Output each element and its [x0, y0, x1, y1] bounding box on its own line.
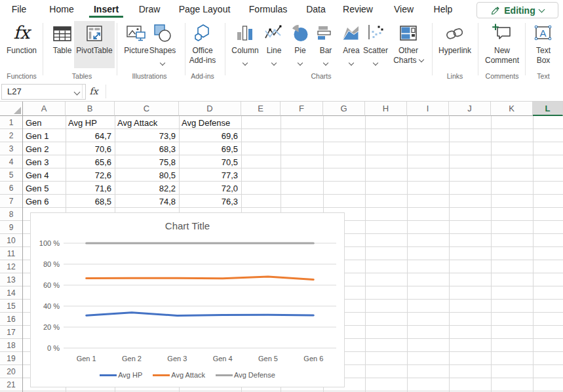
cell-c2[interactable]: 73,9	[117, 130, 176, 143]
row-header-13[interactable]: 13	[0, 273, 22, 286]
svg-text:40 %: 40 %	[43, 302, 60, 310]
row-header-1[interactable]: 1	[0, 116, 22, 129]
menu-tab-view[interactable]: View	[394, 0, 414, 18]
editing-mode-button[interactable]: Editing	[476, 2, 558, 18]
column-header-g[interactable]: G	[323, 102, 365, 116]
column-chart-icon	[225, 21, 265, 46]
pie-button[interactable]: Pie	[287, 21, 313, 68]
row-header-16[interactable]: 16	[0, 313, 22, 326]
row-header-9[interactable]: 9	[0, 221, 22, 234]
cell-a5[interactable]: Gen 4	[26, 169, 62, 182]
cell-d2[interactable]: 69,6	[182, 130, 238, 143]
cell-d5[interactable]: 77,3	[182, 169, 238, 182]
row-header-20[interactable]: 20	[0, 365, 22, 378]
dropdown-row	[225, 58, 265, 63]
row-header-5[interactable]: 5	[0, 168, 22, 182]
cell-d1[interactable]: Avg Defense	[182, 117, 238, 130]
shapes-button[interactable]: Shapes	[144, 21, 181, 68]
row-header-15[interactable]: 15	[0, 300, 22, 313]
office-add-ins-button[interactable]: Office Add-ins	[184, 21, 222, 68]
menu-tab-file[interactable]: File	[12, 0, 27, 18]
other-charts-button[interactable]: OtherCharts	[389, 21, 427, 68]
row-header-6[interactable]: 6	[0, 182, 22, 195]
cell-a6[interactable]: Gen 5	[26, 182, 62, 195]
group-divider	[117, 23, 117, 75]
cell-b2[interactable]: 64,7	[68, 130, 111, 143]
column-header-j[interactable]: J	[449, 102, 491, 116]
cell-c3[interactable]: 68,3	[117, 143, 176, 156]
cell-a4[interactable]: Gen 3	[26, 156, 62, 169]
column-header-d[interactable]: D	[179, 102, 241, 116]
new-comment-button[interactable]: New Comment	[480, 21, 524, 68]
menu-tab-help[interactable]: Help	[434, 0, 453, 18]
cell-c1[interactable]: Avg Attack	[117, 117, 176, 130]
bar-button[interactable]: Bar	[313, 21, 339, 68]
cell-d7[interactable]: 76,3	[182, 195, 238, 208]
cell-d3[interactable]: 69,5	[182, 143, 238, 156]
cell-c7[interactable]: 74,8	[117, 195, 176, 208]
menu-tab-draw[interactable]: Draw	[139, 0, 161, 18]
menu-tab-home[interactable]: Home	[49, 0, 73, 18]
svg-text:80 %: 80 %	[43, 260, 60, 268]
menu-tab-page-layout[interactable]: Page Layout	[179, 0, 231, 18]
cell-a2[interactable]: Gen 1	[26, 130, 62, 143]
select-all-corner[interactable]	[0, 102, 22, 116]
row-header-21[interactable]: 21	[0, 378, 22, 391]
row-header-17[interactable]: 17	[0, 326, 22, 339]
column-header-b[interactable]: B	[66, 102, 115, 116]
row-header-18[interactable]: 18	[0, 339, 22, 352]
row-header-12[interactable]: 12	[0, 260, 22, 273]
cell-b5[interactable]: 72,6	[68, 169, 111, 182]
scatter-button[interactable]: Scatter	[358, 21, 393, 68]
row-header-3[interactable]: 3	[0, 142, 22, 155]
row-header-2[interactable]: 2	[0, 129, 22, 142]
cell-c5[interactable]: 80,5	[117, 169, 176, 182]
cell-d6[interactable]: 72,0	[182, 182, 238, 195]
column-header-a[interactable]: A	[23, 102, 66, 116]
column-header-e[interactable]: E	[241, 102, 281, 116]
column-header-k[interactable]: K	[491, 102, 533, 116]
pivottable-button[interactable]: PivotTable	[74, 21, 115, 68]
cell-b7[interactable]: 68,5	[68, 195, 111, 208]
cell-d4[interactable]: 70,5	[182, 156, 238, 169]
name-box[interactable]: L27	[1, 84, 86, 100]
ribbon-button-label: Charts	[389, 56, 427, 66]
cell-b1[interactable]: Avg HP	[68, 117, 111, 130]
text-box-button[interactable]: AText Box	[530, 21, 556, 68]
embedded-chart[interactable]: Chart Title 100 %80 %60 %40 %20 %0 %Gen …	[30, 212, 345, 387]
function-button[interactable]: fxFunction	[0, 21, 45, 68]
column-header-l[interactable]: L	[533, 102, 563, 116]
chevron-down-icon	[419, 56, 424, 62]
menu-tab-insert[interactable]: Insert	[94, 0, 119, 18]
cell-a1[interactable]: Gen	[26, 117, 62, 130]
ribbon-button-label: Scatter	[358, 46, 393, 56]
row-header-8[interactable]: 8	[0, 208, 22, 221]
cell-a3[interactable]: Gen 2	[26, 143, 62, 156]
menu-tab-data[interactable]: Data	[306, 0, 326, 18]
row-header-11[interactable]: 11	[0, 247, 22, 260]
insert-function-button[interactable]: fx	[83, 84, 104, 99]
menu-tab-review[interactable]: Review	[343, 0, 373, 18]
row-header-7[interactable]: 7	[0, 195, 22, 208]
hyperlink-button[interactable]: Hyperlink	[433, 21, 476, 68]
column-header-h[interactable]: H	[365, 102, 407, 116]
cell-c6[interactable]: 82,2	[117, 182, 176, 195]
row-header-4[interactable]: 4	[0, 155, 22, 168]
column-header-f[interactable]: F	[281, 102, 323, 116]
cell-c4[interactable]: 75,8	[117, 156, 176, 169]
cell-a7[interactable]: Gen 6	[26, 195, 62, 208]
column-button[interactable]: Column	[225, 21, 265, 68]
column-header-c[interactable]: C	[115, 102, 179, 116]
row-header-19[interactable]: 19	[0, 352, 22, 365]
row-header-10[interactable]: 10	[0, 234, 22, 247]
formula-input[interactable]	[106, 82, 563, 101]
chart-legend: Avg HPAvg AttackAvg Defense	[31, 371, 344, 379]
cell-b6[interactable]: 71,6	[68, 182, 111, 195]
dropdown-row	[144, 58, 181, 63]
line-button[interactable]: Line	[260, 21, 288, 68]
column-header-i[interactable]: I	[407, 102, 449, 116]
cell-b3[interactable]: 70,6	[68, 143, 111, 156]
menu-tab-formulas[interactable]: Formulas	[249, 0, 287, 18]
cell-b4[interactable]: 65,6	[68, 156, 111, 169]
row-header-14[interactable]: 14	[0, 286, 22, 300]
